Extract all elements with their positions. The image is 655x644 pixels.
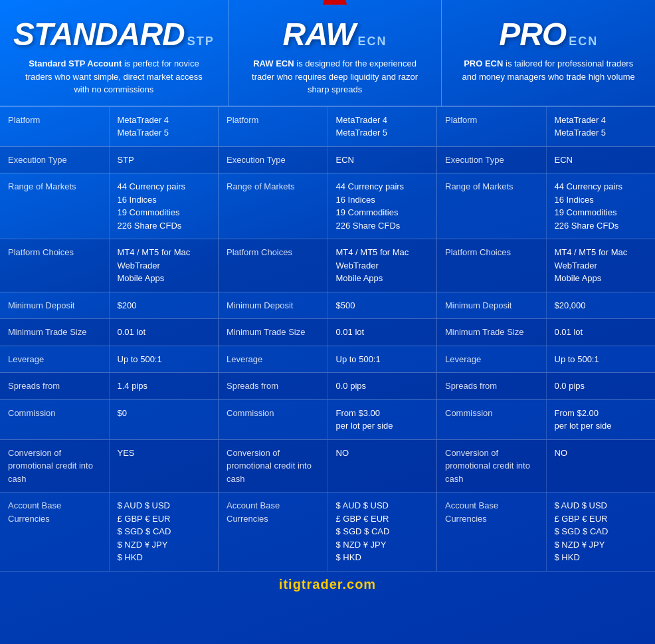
standard-row-2: Range of Markets44 Currency pairs16 Indi…: [0, 173, 219, 239]
data-row-0: PlatformMetaTrader 4MetaTrader 5Platform…: [0, 106, 655, 146]
data-row-9: Conversion of promotional credit into ca…: [0, 439, 655, 492]
standard-row-9: Conversion of promotional credit into ca…: [0, 440, 219, 492]
pro-value-8: From $2.00per lot per side: [547, 400, 656, 439]
pro-value-10: $ AUD $ USD£ GBP € EUR$ SGD $ CAD$ NZD ¥…: [547, 492, 656, 571]
raw-label-5: Minimum Trade Size: [219, 319, 328, 346]
pro-value-2: 44 Currency pairs16 Indices19 Commoditie…: [547, 173, 656, 239]
raw-desc: RAW ECN is designed for the experienced …: [242, 57, 428, 96]
standard-label-1: Execution Type: [0, 147, 110, 173]
standard-label-10: Account Base Currencies: [0, 492, 110, 571]
pro-desc: PRO ECN is tailored for professional tra…: [456, 57, 642, 83]
raw-row-0: PlatformMetaTrader 4MetaTrader 5: [219, 107, 437, 146]
pro-value-6: Up to 500:1: [547, 346, 656, 373]
pro-label-7: Spreads from: [437, 373, 547, 399]
raw-value-9: NO: [328, 440, 437, 492]
standard-label-7: Spreads from: [0, 373, 110, 399]
standard-subtitle: STP: [187, 35, 215, 49]
raw-subtitle: ECN: [358, 35, 387, 49]
standard-value-5: 0.01 lot: [110, 319, 219, 346]
raw-value-10: $ AUD $ USD£ GBP € EUR$ SGD $ CAD$ NZD ¥…: [328, 492, 437, 571]
raw-value-1: ECN: [328, 147, 437, 173]
raw-label-0: Platform: [219, 107, 328, 146]
pro-row-6: LeverageUp to 500:1: [437, 346, 655, 373]
standard-label-6: Leverage: [0, 346, 110, 373]
pro-row-2: Range of Markets44 Currency pairs16 Indi…: [437, 173, 655, 239]
standard-label-0: Platform: [0, 107, 110, 146]
raw-label-8: Commission: [219, 400, 328, 439]
footer-brand-accent: trader: [302, 577, 343, 591]
pro-label-0: Platform: [437, 107, 547, 146]
standard-value-1: STP: [110, 147, 219, 173]
standard-row-5: Minimum Trade Size0.01 lot: [0, 319, 219, 346]
raw-value-2: 44 Currency pairs16 Indices19 Commoditie…: [328, 173, 437, 239]
pro-label-9: Conversion of promotional credit into ca…: [437, 440, 547, 492]
pro-label-5: Minimum Trade Size: [437, 319, 547, 346]
raw-value-5: 0.01 lot: [328, 319, 437, 346]
pro-title: PRO: [499, 19, 566, 51]
pro-label-1: Execution Type: [437, 147, 547, 173]
standard-desc: Standard STP Account is perfect for novi…: [21, 57, 207, 96]
data-row-3: Platform ChoicesMT4 / MT5 for MacWebTrad…: [0, 239, 655, 292]
pro-row-4: Minimum Deposit$20,000: [437, 292, 655, 319]
raw-header: RAW ECN RAW ECN is designed for the expe…: [229, 0, 442, 106]
raw-label-2: Range of Markets: [219, 173, 328, 239]
raw-label-4: Minimum Deposit: [219, 292, 328, 319]
raw-row-1: Execution TypeECN: [219, 147, 437, 173]
pro-row-9: Conversion of promotional credit into ca…: [437, 440, 655, 492]
standard-label-5: Minimum Trade Size: [0, 319, 110, 346]
pro-row-3: Platform ChoicesMT4 / MT5 for MacWebTrad…: [437, 239, 655, 292]
standard-row-0: PlatformMetaTrader 4MetaTrader 5: [0, 107, 219, 146]
pro-label-3: Platform Choices: [437, 239, 547, 292]
data-row-4: Minimum Deposit$200Minimum Deposit$500Mi…: [0, 292, 655, 319]
footer-brand-part1: itig: [279, 577, 302, 591]
standard-label-2: Range of Markets: [0, 173, 110, 239]
pro-label-8: Commission: [437, 400, 547, 439]
raw-row-10: Account Base Currencies$ AUD $ USD£ GBP …: [219, 492, 437, 571]
pro-value-3: MT4 / MT5 for MacWebTraderMobile Apps: [547, 239, 656, 292]
data-row-8: Commission$0CommissionFrom $3.00per lot …: [0, 399, 655, 439]
standard-value-3: MT4 / MT5 for MacWebTraderMobile Apps: [110, 239, 219, 292]
standard-row-3: Platform ChoicesMT4 / MT5 for MacWebTrad…: [0, 239, 219, 292]
standard-row-8: Commission$0: [0, 400, 219, 439]
data-row-7: Spreads from1.4 pipsSpreads from0.0 pips…: [0, 372, 655, 399]
standard-row-1: Execution TypeSTP: [0, 147, 219, 173]
pro-row-0: PlatformMetaTrader 4MetaTrader 5: [437, 107, 655, 146]
pro-row-8: CommissionFrom $2.00per lot per side: [437, 400, 655, 439]
raw-row-5: Minimum Trade Size0.01 lot: [219, 319, 437, 346]
pro-subtitle: ECN: [569, 35, 598, 49]
raw-value-3: MT4 / MT5 for MacWebTraderMobile Apps: [328, 239, 437, 292]
standard-value-0: MetaTrader 4MetaTrader 5: [110, 107, 219, 146]
standard-row-10: Account Base Currencies$ AUD $ USD£ GBP …: [0, 492, 219, 571]
pro-value-7: 0.0 pips: [547, 373, 656, 399]
pro-value-1: ECN: [547, 147, 656, 173]
comparison-table: PlatformMetaTrader 4MetaTrader 5Platform…: [0, 106, 655, 571]
standard-value-10: $ AUD $ USD£ GBP € EUR$ SGD $ CAD$ NZD ¥…: [110, 492, 219, 571]
standard-label-9: Conversion of promotional credit into ca…: [0, 440, 110, 492]
standard-label-3: Platform Choices: [0, 239, 110, 292]
pro-value-0: MetaTrader 4MetaTrader 5: [547, 107, 656, 146]
raw-label-10: Account Base Currencies: [219, 492, 328, 571]
pro-label-2: Range of Markets: [437, 173, 547, 239]
pro-row-1: Execution TypeECN: [437, 147, 655, 173]
data-row-5: Minimum Trade Size0.01 lotMinimum Trade …: [0, 318, 655, 346]
standard-header: STANDARD STP Standard STP Account is per…: [0, 0, 229, 106]
data-row-10: Account Base Currencies$ AUD $ USD£ GBP …: [0, 492, 655, 571]
footer-bar: itigtrader.com: [0, 571, 655, 597]
pro-row-5: Minimum Trade Size0.01 lot: [437, 319, 655, 346]
pro-value-9: NO: [547, 440, 656, 492]
standard-title: STANDARD: [13, 19, 185, 51]
footer-brand: itigtrader.com: [279, 577, 376, 592]
raw-label-3: Platform Choices: [219, 239, 328, 292]
pro-row-7: Spreads from0.0 pips: [437, 373, 655, 399]
raw-value-4: $500: [328, 292, 437, 319]
standard-row-4: Minimum Deposit$200: [0, 292, 219, 319]
raw-title: RAW: [283, 19, 355, 51]
raw-row-9: Conversion of promotional credit into ca…: [219, 440, 437, 492]
raw-value-6: Up to 500:1: [328, 346, 437, 373]
raw-label-6: Leverage: [219, 346, 328, 373]
standard-value-8: $0: [110, 400, 219, 439]
footer-domain: .com: [342, 577, 376, 591]
raw-value-7: 0.0 pips: [328, 373, 437, 399]
standard-value-2: 44 Currency pairs16 Indices19 Commoditie…: [110, 173, 219, 239]
raw-row-2: Range of Markets44 Currency pairs16 Indi…: [219, 173, 437, 239]
